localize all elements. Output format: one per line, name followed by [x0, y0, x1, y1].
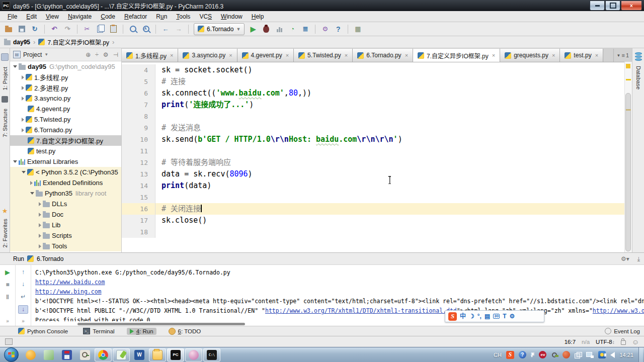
- locate-file-icon[interactable]: ⊕: [86, 51, 91, 58]
- close-button[interactable]: ×: [621, 1, 642, 11]
- close-icon[interactable]: ×: [229, 52, 232, 58]
- chinese-mode-icon[interactable]: 中: [460, 313, 466, 319]
- tool-button-project[interactable]: 1: Project: [2, 67, 8, 90]
- tree-expander-icon[interactable]: [22, 97, 24, 101]
- soft-keyboard-icon[interactable]: ▤: [485, 313, 490, 319]
- menu-vcs[interactable]: VCS: [195, 13, 216, 20]
- sogou-tray-icon[interactable]: S: [506, 351, 514, 359]
- language-indicator[interactable]: CH: [494, 352, 502, 358]
- tree-item[interactable]: Doc: [10, 209, 121, 220]
- paste-icon[interactable]: [109, 25, 118, 34]
- menu-edit[interactable]: Edit: [22, 13, 41, 20]
- menu-tools[interactable]: Tools: [172, 13, 195, 20]
- tree-item[interactable]: External Libraries: [10, 156, 121, 167]
- menu-refactor[interactable]: Refactor: [120, 13, 151, 20]
- open-icon[interactable]: [4, 25, 13, 34]
- soft-wrap-button[interactable]: ↵: [19, 293, 28, 301]
- concurrency-button[interactable]: ≣: [301, 25, 310, 34]
- editor-tab[interactable]: 6.Tornado.py×: [353, 49, 413, 62]
- fullwidth-icon[interactable]: ☽: [469, 313, 474, 319]
- redo-icon[interactable]: ↷: [63, 25, 72, 34]
- toolwindow-button-4-run[interactable]: 4: Run: [127, 328, 156, 335]
- help-tray-icon[interactable]: ?: [519, 351, 526, 358]
- run-config-select[interactable]: 6.Tornado ▼: [194, 23, 245, 35]
- key-tray-icon[interactable]: [551, 351, 558, 358]
- code-line[interactable]: 9# 发送消息: [122, 122, 625, 134]
- close-icon[interactable]: ×: [552, 52, 555, 58]
- project-structure-icon[interactable]: ▦: [353, 25, 362, 34]
- taskbar-color-app[interactable]: [22, 348, 39, 361]
- coverage-button[interactable]: [275, 25, 284, 34]
- maximize-button[interactable]: [605, 1, 620, 11]
- pause-output-button[interactable]: ‖: [3, 293, 12, 301]
- run-console[interactable]: C:\Python35\python.exe G:/python_code/da…: [31, 265, 644, 326]
- caret-position[interactable]: 16:7: [565, 339, 576, 345]
- more-actions-icon[interactable]: »: [22, 318, 25, 324]
- cut-icon[interactable]: ✂: [83, 25, 92, 34]
- run-tab-label[interactable]: Run: [13, 255, 24, 262]
- network-tray-icon[interactable]: [586, 352, 594, 358]
- code-line[interactable]: 12# 等待着服务端响应: [122, 157, 625, 168]
- close-icon[interactable]: ×: [405, 52, 408, 58]
- menu-window[interactable]: Window: [216, 13, 247, 20]
- console-link[interactable]: http://www.baidu.com: [35, 279, 105, 286]
- code-line[interactable]: 7print('连接成功了...'): [122, 99, 625, 111]
- scroll-to-end-button[interactable]: ↓: [18, 305, 28, 314]
- console-link[interactable]: http://www.w3.org/1999/xhtml: [593, 307, 644, 314]
- save-icon[interactable]: [17, 25, 26, 34]
- undo-icon[interactable]: ↶: [50, 25, 59, 34]
- down-stack-button[interactable]: ↓: [19, 281, 28, 289]
- title-bar[interactable]: PC day95 - [G:\python_code\day95] - ...\…: [0, 0, 644, 11]
- red-dot-tray-icon[interactable]: [562, 351, 570, 358]
- toolwindow-button-6-todo[interactable]: 6: TODO: [166, 327, 204, 335]
- taskbar-cmd[interactable]: C:\: [203, 348, 220, 361]
- tray-expand-button[interactable]: ▣▾: [531, 352, 535, 357]
- up-stack-button[interactable]: ↑: [19, 268, 28, 276]
- console-link[interactable]: http://www.bing.com: [35, 288, 102, 295]
- editor-tab[interactable]: 5.Twisted.py×: [294, 49, 353, 62]
- menu-navigate[interactable]: Navigate: [63, 13, 96, 20]
- tree-item[interactable]: < Python 3.5.2 (C:\Python35: [10, 167, 121, 177]
- tree-item[interactable]: 6.Tornado.py: [10, 125, 121, 135]
- taskbar-key-app[interactable]: [76, 348, 94, 361]
- event-log-button[interactable]: Event Log: [605, 328, 640, 334]
- skin-icon[interactable]: T: [503, 313, 506, 319]
- rerun-button[interactable]: ▶: [3, 268, 12, 276]
- tree-item[interactable]: test.py: [10, 146, 121, 156]
- code-line[interactable]: 15: [122, 192, 625, 203]
- tree-item[interactable]: Scripts: [10, 230, 121, 241]
- tree-item[interactable]: Python35library root: [10, 188, 121, 199]
- tree-expander-icon[interactable]: [22, 171, 26, 173]
- editor-tab[interactable]: 1.多线程.py×: [122, 49, 178, 62]
- panel-settings-icon[interactable]: ⚙: [103, 51, 109, 58]
- code-line[interactable]: 6sk.connect(('www.baidu.com',80,)): [122, 87, 625, 99]
- collapse-all-icon[interactable]: ÷: [95, 51, 99, 58]
- toolbox-icon[interactable]: ⚙: [510, 313, 515, 319]
- show-desktop-button[interactable]: [638, 347, 643, 362]
- menu-help[interactable]: Help: [247, 13, 269, 20]
- tree-item[interactable]: Lib: [10, 220, 121, 230]
- toolwindow-button-terminal[interactable]: >_Terminal: [80, 327, 117, 335]
- code-line[interactable]: 8: [122, 111, 625, 122]
- tree-expander-icon[interactable]: [39, 202, 41, 206]
- editor-tab[interactable]: test.py×: [560, 49, 603, 62]
- close-icon[interactable]: ×: [492, 52, 495, 58]
- tree-expander-icon[interactable]: [30, 192, 34, 195]
- back-icon[interactable]: ←: [161, 25, 170, 34]
- punctuation-icon[interactable]: °,: [477, 313, 481, 319]
- scrollbar-thumb[interactable]: [625, 93, 631, 251]
- sogou-logo[interactable]: S: [448, 312, 457, 321]
- hide-panel-icon[interactable]: ⊣: [113, 51, 118, 58]
- panel-gear-icon[interactable]: ⚙▾: [621, 255, 629, 262]
- close-icon[interactable]: ×: [286, 52, 289, 58]
- run-button[interactable]: ▶: [249, 25, 258, 34]
- code-line[interactable]: 11: [122, 145, 625, 157]
- taskbar-clock[interactable]: 14:21: [619, 352, 633, 358]
- minimize-button[interactable]: [590, 1, 605, 11]
- profiler-button[interactable]: ◔: [288, 25, 297, 34]
- more-actions-icon[interactable]: »: [6, 318, 9, 324]
- tool-button-structure[interactable]: 7: Structure: [2, 109, 8, 137]
- code-line[interactable]: 13data = sk.recv(8096): [122, 168, 625, 180]
- editor-tab[interactable]: 7.自定义异步IO框架.py×: [413, 49, 500, 62]
- tab-overflow-dropdown[interactable]: ▼≡1: [613, 49, 632, 62]
